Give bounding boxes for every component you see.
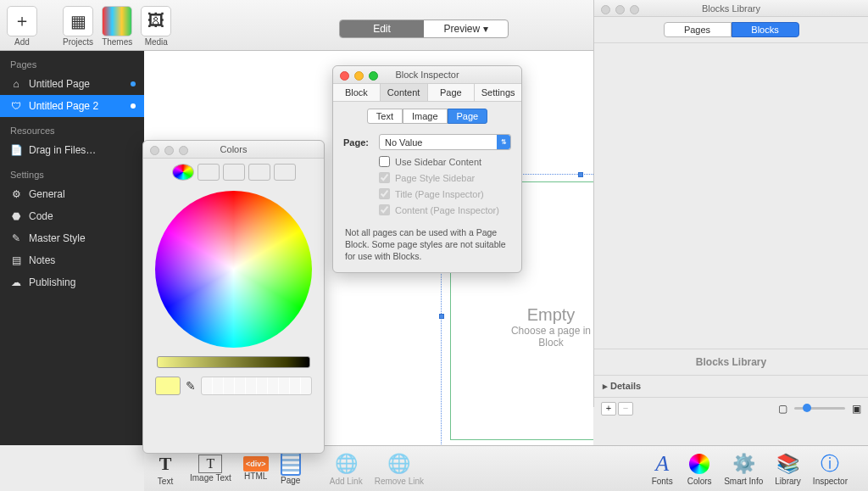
info-icon: ⓘ [817, 451, 843, 477]
sidebar-item-notes[interactable]: ▤Notes [0, 249, 144, 271]
eyedropper-icon[interactable]: ✎ [186, 379, 196, 393]
imagetext-icon: T [198, 455, 222, 473]
sidebar-header-settings: Settings [0, 161, 144, 183]
code-icon: ⬣ [8, 210, 24, 222]
library-titlebar[interactable]: Blocks Library [594, 0, 868, 17]
add-page-button[interactable]: Page [281, 452, 301, 485]
smartinfo-button[interactable]: ⚙️Smart Info [724, 451, 763, 486]
projects-icon: ▦ [63, 6, 93, 36]
inspector-note: Not all pages can be used with a Page Bl… [333, 218, 521, 271]
library-tabs: Pages Blocks [594, 17, 868, 43]
notes-icon: ▤ [8, 254, 24, 266]
color-mode-tabs[interactable] [143, 159, 324, 186]
resize-handle[interactable] [439, 314, 444, 319]
library-section-label: Blocks Library [594, 349, 868, 375]
sidebar-item-general[interactable]: ⚙General [0, 183, 144, 205]
media-button[interactable]: 🖼 Media [141, 6, 171, 47]
library-button[interactable]: 📚Library [775, 451, 801, 486]
library-tab-pages[interactable]: Pages [664, 22, 732, 37]
inspector-sub-tabs: Text Image Page [333, 109, 521, 124]
fonts-icon: A [649, 451, 675, 477]
fonts-button[interactable]: AFonts [649, 451, 675, 486]
colors-icon [687, 451, 712, 477]
subtab-image[interactable]: Image [403, 109, 448, 124]
gear-icon: ⚙️ [731, 451, 756, 477]
library-remove-button: − [618, 402, 633, 416]
plus-icon: ＋ [7, 6, 37, 36]
left-sidebar: Pages ⌂Untitled Page 🛡Untitled Page 2 Re… [0, 51, 144, 445]
page-icon [281, 452, 301, 476]
library-details-toggle[interactable]: ▸ Details [594, 375, 868, 397]
cloud-icon: ☁ [8, 276, 24, 288]
sidebar-header-resources: Resources [0, 117, 144, 139]
grid-small-icon: ▢ [778, 403, 787, 415]
inspector-main-tabs: Block Content Page Settings [333, 84, 521, 102]
library-content[interactable] [594, 43, 868, 349]
empty-placeholder: Empty Choose a page in Block [509, 305, 593, 349]
sidebar-page-item[interactable]: ⌂Untitled Page [0, 73, 144, 95]
gear-icon: ⚙ [8, 188, 24, 200]
unsaved-dot-icon [131, 103, 136, 109]
sliders-tab-icon[interactable] [198, 164, 220, 181]
block-inspector-panel: Block Inspector Block Content Page Setti… [332, 65, 522, 273]
colors-panel: Colors ✎ [142, 140, 325, 454]
text-icon: T [153, 451, 178, 477]
current-color-swatch[interactable] [155, 377, 181, 395]
thumbnail-size-slider[interactable] [794, 407, 845, 410]
library-footer: + − ▢ ▣ [594, 397, 868, 419]
wheel-tab-icon[interactable] [172, 164, 194, 181]
use-sidebar-checkbox[interactable] [379, 156, 390, 167]
add-link-button: 🌐Add Link [330, 451, 363, 486]
add-text-button[interactable]: TText [153, 451, 178, 486]
blocks-library-window: Blocks Library Pages Blocks Blocks Libra… [593, 0, 868, 407]
remove-link-button: 🌐Remove Link [375, 451, 424, 486]
resize-handle[interactable] [578, 172, 583, 177]
unsaved-dot-icon [131, 81, 136, 86]
tab-block[interactable]: Block [333, 84, 381, 101]
palette-tab-icon[interactable] [223, 164, 245, 181]
html-icon: <div> [243, 456, 269, 471]
tab-content[interactable]: Content [381, 84, 428, 101]
add-html-button[interactable]: <div>HTML [243, 456, 269, 481]
sidebar-page-item-selected[interactable]: 🛡Untitled Page 2 [0, 95, 144, 117]
projects-button[interactable]: ▦ Projects [63, 6, 93, 47]
page-style-checkbox [379, 172, 390, 183]
tab-settings[interactable]: Settings [475, 84, 521, 101]
subtab-text[interactable]: Text [367, 109, 403, 124]
mode-segment[interactable]: Edit Preview ▾ [339, 20, 509, 38]
traffic-lights[interactable] [340, 71, 378, 81]
spectrum-tab-icon[interactable] [248, 164, 270, 181]
removelink-icon: 🌐 [387, 451, 412, 477]
themes-button[interactable]: Themes [102, 6, 132, 47]
inspector-button[interactable]: ⓘInspector [813, 451, 848, 486]
file-icon: 📄 [8, 144, 24, 156]
library-icon: 📚 [776, 451, 801, 477]
traffic-lights[interactable] [601, 5, 639, 14]
sidebar-header-pages: Pages [0, 51, 144, 73]
add-button[interactable]: ＋ Add [7, 6, 37, 47]
page-label: Page: [343, 137, 379, 148]
page-select[interactable]: No Value ⇅ [379, 134, 511, 150]
swatch-wells[interactable] [201, 377, 312, 395]
crayons-tab-icon[interactable] [274, 164, 296, 181]
sidebar-item-master-style[interactable]: ✎Master Style [0, 227, 144, 249]
colors-button[interactable]: Colors [687, 451, 712, 486]
addlink-icon: 🌐 [333, 451, 359, 477]
tab-page[interactable]: Page [428, 84, 476, 101]
chevron-updown-icon: ⇅ [497, 135, 510, 149]
library-tab-blocks[interactable]: Blocks [732, 22, 799, 37]
color-wheel[interactable] [155, 191, 312, 348]
mode-preview[interactable]: Preview ▾ [424, 20, 508, 37]
grid-large-icon: ▣ [852, 403, 861, 415]
brightness-slider[interactable] [157, 356, 310, 368]
sidebar-item-code[interactable]: ⬣Code [0, 205, 144, 227]
library-add-button[interactable]: + [601, 402, 616, 416]
add-imagetext-button[interactable]: TImage Text [190, 455, 231, 483]
traffic-lights[interactable] [150, 146, 188, 155]
sidebar-item-publishing[interactable]: ☁Publishing [0, 271, 144, 293]
sidebar-resources-item[interactable]: 📄Drag in Files… [0, 139, 144, 161]
content-checkbox [379, 204, 390, 215]
mode-edit[interactable]: Edit [340, 20, 424, 37]
brush-icon: ✎ [8, 232, 24, 244]
subtab-page[interactable]: Page [448, 109, 488, 124]
